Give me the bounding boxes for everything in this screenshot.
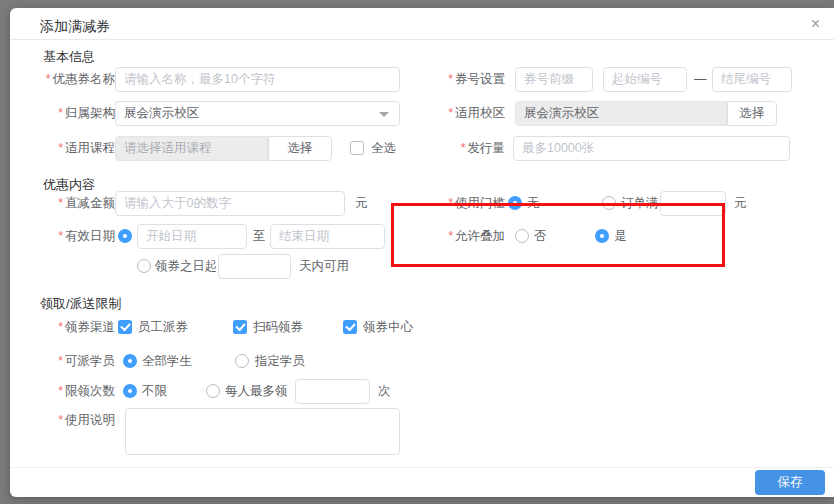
stack-no-radio[interactable]	[515, 229, 529, 243]
threshold-order-label[interactable]: 订单满	[621, 191, 659, 216]
amount-unit: 元	[355, 191, 368, 216]
claim-unlimited-radio[interactable]	[123, 384, 137, 398]
row-coupon-name: *优惠券名称 请输入名称，最多10个字符 *券号设置 券号前缀 起始编号 — 结…	[10, 67, 834, 92]
valid-date-label: *有效日期	[20, 224, 115, 249]
required-mark: *	[58, 413, 63, 427]
students-designated-radio[interactable]	[235, 354, 249, 368]
days-suffix-label: 天内可用	[299, 254, 349, 279]
coupon-name-input[interactable]: 请输入名称，最多10个字符	[115, 67, 400, 92]
claim-unlimited-label[interactable]: 不限	[142, 379, 167, 404]
channels-label: *领券渠道	[20, 315, 115, 340]
course-select-button[interactable]: 选择	[268, 136, 332, 161]
org-select[interactable]: 展会演示校区	[115, 101, 400, 126]
row-students: *可派学员 全部学生 指定学员	[10, 349, 834, 374]
row-instructions: *使用说明	[10, 408, 834, 456]
required-mark: *	[58, 141, 63, 155]
required-mark: *	[448, 229, 453, 243]
section-claim-limits: 领取/派送限制	[40, 295, 122, 313]
threshold-none-radio[interactable]	[508, 196, 522, 210]
claim-max-input[interactable]	[295, 379, 370, 404]
channel-center-label[interactable]: 领券中心	[363, 315, 413, 340]
channel-staff-label[interactable]: 员工派券	[138, 315, 188, 340]
dialog-title: 添加满减券	[40, 18, 110, 36]
students-all-radio[interactable]	[123, 354, 137, 368]
threshold-label: *使用门槛	[430, 191, 505, 216]
claim-max-label[interactable]: 每人最多领	[225, 379, 288, 404]
coupon-no-label: *券号设置	[430, 67, 505, 92]
required-mark: *	[58, 320, 63, 334]
header-divider	[10, 39, 834, 40]
threshold-unit: 元	[734, 191, 747, 216]
required-mark: *	[448, 196, 453, 210]
valid-from-claim-radio[interactable]	[137, 259, 151, 273]
channel-staff-checkbox[interactable]	[118, 320, 132, 334]
claim-max-radio[interactable]	[206, 384, 220, 398]
required-mark: *	[58, 229, 63, 243]
save-button[interactable]: 保存	[755, 470, 825, 495]
coupon-name-label: *优惠券名称	[20, 67, 115, 92]
stack-yes-radio[interactable]	[595, 229, 609, 243]
date-to-label: 至	[253, 224, 266, 249]
required-mark: *	[448, 72, 453, 86]
required-mark: *	[46, 72, 51, 86]
org-label: *归属架构	[20, 101, 115, 126]
required-mark: *	[58, 354, 63, 368]
select-all-label[interactable]: 全选	[371, 136, 396, 161]
select-all-checkbox[interactable]	[350, 141, 364, 155]
instructions-label: *使用说明	[20, 408, 115, 433]
channel-scan-label[interactable]: 扫码领券	[253, 315, 303, 340]
course-label: *适用课程	[20, 136, 115, 161]
footer-divider	[10, 467, 834, 468]
row-org-campus: *归属架构 展会演示校区 *适用校区 展会演示校区 选择	[10, 101, 834, 126]
course-value: 请选择适用课程	[115, 136, 268, 161]
campus-label: *适用校区	[430, 101, 505, 126]
stack-no-label[interactable]: 否	[534, 224, 547, 249]
students-label: *可派学员	[20, 349, 115, 374]
range-dash: —	[694, 67, 707, 92]
required-mark: *	[58, 384, 63, 398]
required-mark: *	[461, 141, 466, 155]
threshold-none-label[interactable]: 无	[527, 191, 540, 216]
amount-input[interactable]: 请输入大于0的数字	[115, 191, 345, 216]
row-valid-from-claim: 领券之日起 天内可用	[10, 254, 834, 279]
from-claim-label[interactable]: 领券之日起	[155, 254, 218, 279]
amount-label: *直减金额	[20, 191, 115, 216]
stack-label: *允许叠加	[430, 224, 505, 249]
threshold-amount-input[interactable]	[660, 191, 726, 216]
row-claim-limit: *限领次数 不限 每人最多领 次	[10, 379, 834, 404]
campus-select-button[interactable]: 选择	[727, 101, 777, 126]
row-course-issue: *适用课程 请选择适用课程 选择 全选 *发行量 最多10000张	[10, 136, 834, 161]
threshold-order-radio[interactable]	[602, 196, 616, 210]
start-date-input[interactable]: 开始日期	[137, 224, 247, 249]
add-coupon-dialog: 添加满减券 × 基本信息 *优惠券名称 请输入名称，最多10个字符 *券号设置 …	[10, 8, 834, 497]
required-mark: *	[58, 106, 63, 120]
valid-days-input[interactable]	[218, 254, 291, 279]
end-date-input[interactable]: 结束日期	[270, 224, 385, 249]
row-amount-threshold: *直减金额 请输入大于0的数字 元 *使用门槛 无 订单满 元	[10, 191, 834, 216]
students-designated-label[interactable]: 指定学员	[255, 349, 305, 374]
issue-input[interactable]: 最多10000张	[513, 136, 790, 161]
required-mark: *	[448, 106, 453, 120]
campus-value: 展会演示校区	[515, 101, 727, 126]
claim-unit: 次	[378, 379, 391, 404]
coupon-start-input[interactable]: 起始编号	[603, 67, 687, 92]
required-mark: *	[58, 196, 63, 210]
row-validdate-stack: *有效日期 开始日期 至 结束日期 *允许叠加 否 是	[10, 224, 834, 249]
chevron-down-icon	[379, 112, 389, 117]
coupon-end-input[interactable]: 结尾编号	[712, 67, 792, 92]
students-all-label[interactable]: 全部学生	[142, 349, 192, 374]
channel-scan-checkbox[interactable]	[233, 320, 247, 334]
instructions-textarea[interactable]	[125, 408, 400, 455]
claim-limit-label: *限领次数	[20, 379, 115, 404]
coupon-prefix-input[interactable]: 券号前缀	[515, 67, 593, 92]
row-channels: *领券渠道 员工派券 扫码领券 领券中心	[10, 315, 834, 340]
issue-label: *发行量	[430, 136, 505, 161]
stack-yes-label[interactable]: 是	[614, 224, 627, 249]
valid-range-radio[interactable]	[118, 229, 132, 243]
channel-center-checkbox[interactable]	[343, 320, 357, 334]
section-basic-info: 基本信息	[43, 48, 95, 66]
close-icon[interactable]: ×	[811, 14, 820, 34]
